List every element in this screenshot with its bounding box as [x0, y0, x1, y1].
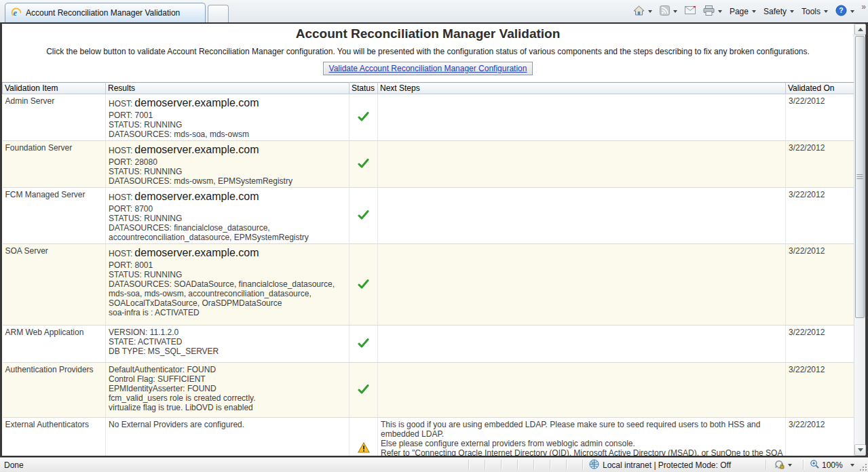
tools-menu-button[interactable]: Tools — [799, 5, 831, 18]
validation-item-cell: External Authenticators — [3, 418, 106, 456]
svg-text:e: e — [13, 7, 17, 17]
table-row: FCM Managed ServerHOST:demoserver.exampl… — [3, 188, 854, 244]
read-mail-button[interactable] — [682, 4, 698, 18]
status-cell — [350, 94, 378, 141]
browser-tab[interactable]: e Account Reconciliation Manager Validat… — [5, 3, 206, 22]
ie-favicon-icon: e — [11, 7, 22, 20]
status-ok-icon — [358, 161, 369, 170]
status-ok-icon — [358, 340, 369, 350]
result-line: PORT: 28080 — [109, 157, 346, 167]
host-label: HOST: — [109, 146, 132, 155]
next-steps-cell — [378, 326, 786, 363]
result-line: PORT: 8700 — [109, 204, 346, 214]
next-steps-line: Refer to "Connecting Oracle Internet Dir… — [381, 448, 782, 456]
result-line: STATUS: RUNNING — [109, 214, 346, 223]
header-validation-item: Validation Item — [3, 83, 106, 94]
validated-on-cell: 3/22/2012 — [786, 94, 854, 141]
command-bar: Page Safety Tools ? — [630, 0, 857, 22]
page-title: Account Reconciliation Manager Validatio… — [2, 26, 854, 41]
page-description: Click the below button to validate Accou… — [2, 47, 854, 56]
svg-text:?: ? — [839, 7, 843, 14]
result-line: DefaultAuthenticator: FOUND — [109, 365, 346, 374]
host-value: demoserver.example.com — [134, 247, 259, 258]
result-line: VERSION: 11.1.2.0 — [109, 328, 346, 337]
next-steps-cell: This is good if you are using embedded L… — [378, 418, 786, 456]
print-dropdown-caret — [718, 10, 722, 13]
result-line: soa-infra is : ACTIVATED — [109, 308, 346, 317]
feeds-button[interactable] — [657, 3, 680, 20]
security-zone: Local intranet | Protected Mode: Off — [589, 458, 731, 472]
print-button[interactable] — [700, 3, 725, 20]
status-bar: Done Local intranet | Protected Mode: Of… — [0, 457, 868, 472]
table-row: SOA ServerHOST:demoserver.example.comPOR… — [3, 244, 854, 326]
results-cell: VERSION: 11.1.2.0STATE: ACTIVATEDDB TYPE… — [106, 326, 350, 363]
header-validated-on: Validated On — [786, 83, 854, 94]
result-line: fcm_valid_users role is created correctl… — [109, 393, 346, 403]
validate-configuration-button[interactable]: Validate Account Reconciliation Manager … — [323, 62, 533, 75]
tools-dropdown-caret — [824, 10, 828, 13]
validation-table: Validation Item Results Status Next Step… — [2, 82, 854, 456]
privacy-dropdown-caret — [788, 464, 792, 467]
results-cell: HOST:demoserver.example.comPORT: 7001STA… — [106, 94, 350, 141]
print-icon — [703, 5, 715, 18]
page-menu-label: Page — [730, 7, 749, 16]
validated-on-cell: 3/22/2012 — [786, 363, 854, 418]
help-button[interactable]: ? — [833, 3, 857, 20]
table-header-row: Validation Item Results Status Next Step… — [3, 83, 854, 94]
status-cell — [350, 363, 378, 418]
security-zone-globe-icon — [589, 459, 599, 471]
home-button[interactable] — [630, 3, 655, 20]
status-cell — [350, 326, 378, 363]
result-line: DATASOURCES: SOADataSource, financialclo… — [109, 279, 346, 308]
host-line: HOST:demoserver.example.com — [109, 190, 346, 204]
status-cell — [350, 418, 378, 456]
validation-item-cell: FCM Managed Server — [3, 188, 106, 244]
validation-item-cell: SOA Server — [3, 244, 106, 326]
scroll-up-button[interactable] — [854, 24, 866, 35]
read-mail-icon — [685, 6, 696, 16]
table-row: External AuthenticatorsNo External Provi… — [3, 418, 854, 456]
privacy-button[interactable] — [774, 458, 792, 472]
next-steps-cell — [378, 141, 786, 188]
next-steps-cell — [378, 244, 786, 326]
next-steps-cell — [378, 363, 786, 418]
status-cell — [350, 188, 378, 244]
header-status: Status — [350, 83, 378, 94]
scrollbar-thumb[interactable] — [855, 36, 865, 318]
host-value: demoserver.example.com — [134, 97, 259, 109]
zoom-level-button[interactable]: 100% — [810, 458, 854, 472]
toolbar-overflow-chevron[interactable]: » — [861, 2, 866, 12]
status-cell — [350, 244, 378, 326]
status-ok-icon — [358, 387, 369, 396]
new-tab-button[interactable] — [208, 5, 229, 22]
home-dropdown-caret — [648, 10, 652, 13]
zoom-level-label: 100% — [822, 460, 843, 470]
result-line: EPMIdentityAsserter: FOUND — [109, 384, 346, 393]
scroll-down-button[interactable] — [854, 444, 866, 456]
scroll-up-arrow-icon — [858, 28, 863, 31]
validation-table-rows: Admin ServerHOST:demoserver.example.comP… — [3, 94, 854, 456]
result-line: PORT: 7001 — [109, 111, 346, 120]
result-line: DATASOURCES: financialclose_datasource, … — [109, 223, 346, 242]
host-value: demoserver.example.com — [134, 144, 259, 155]
safety-menu-button[interactable]: Safety — [761, 5, 797, 18]
validated-on-cell: 3/22/2012 — [786, 141, 854, 188]
validation-item-cell: Authentication Providers — [3, 363, 106, 418]
results-cell: DefaultAuthenticator: FOUNDControl Flag:… — [106, 363, 350, 418]
validated-on-cell: 3/22/2012 — [786, 244, 854, 326]
vertical-scrollbar[interactable] — [854, 24, 865, 456]
status-ok-icon — [358, 281, 369, 291]
privacy-lock-icon — [774, 459, 785, 472]
validated-on-cell: 3/22/2012 — [786, 326, 854, 363]
status-warning-icon — [358, 446, 370, 455]
validate-button-label: Validate Account Reconciliation Manager … — [329, 64, 527, 73]
host-line: HOST:demoserver.example.com — [109, 96, 346, 111]
resize-grip[interactable] — [858, 463, 867, 471]
host-line: HOST:demoserver.example.com — [109, 143, 346, 157]
result-line: No External Providers are configured. — [109, 420, 346, 429]
page-menu-button[interactable]: Page — [727, 5, 759, 18]
result-line: DATASOURCES: mds-soa, mds-owsm — [109, 130, 346, 139]
table-row: Foundation ServerHOST:demoserver.example… — [3, 141, 854, 188]
security-zone-label: Local intranet | Protected Mode: Off — [603, 460, 731, 470]
status-text: Done — [4, 460, 24, 470]
